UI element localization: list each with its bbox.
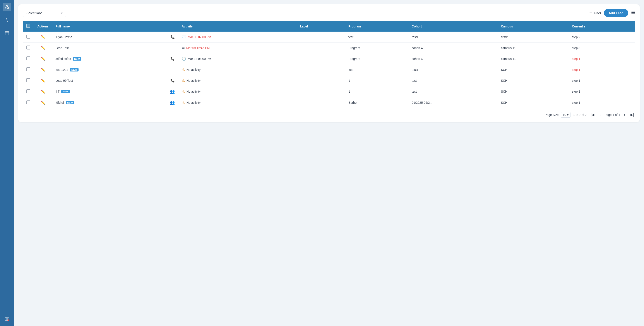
row-checkbox[interactable] (26, 45, 30, 49)
row-current-step-cell: step 1 (568, 53, 635, 64)
sidebar (0, 0, 14, 326)
leads-table-wrapper: Actions Full name Activity Label Program… (23, 21, 635, 108)
sidebar-icon-calendar[interactable] (2, 29, 11, 37)
col-fullname: Full name (52, 21, 178, 31)
svg-rect-3 (5, 31, 9, 35)
new-badge: NEW (73, 57, 81, 61)
row-current-step-cell: step 2 (568, 31, 635, 42)
row-name-cell: sdfsd dsfdsNEW📞 (52, 53, 178, 64)
filter-icon (589, 11, 592, 15)
lead-name: Lead 99 Test (56, 79, 73, 82)
menu-icon-button[interactable] (631, 10, 635, 16)
activity-cell: ⚠No activity (182, 78, 293, 83)
row-name-cell: Lead Test (52, 42, 178, 53)
first-page-button[interactable]: |◀ (589, 112, 595, 118)
sidebar-icon-globe-badge[interactable] (2, 315, 11, 324)
prev-page-button[interactable]: ‹ (598, 112, 602, 118)
row-cohort-cell: cohort 4 (408, 53, 498, 64)
name-cell: Lead Test (56, 46, 174, 50)
edit-icon[interactable]: ✏️ (41, 35, 45, 39)
row-cohort-cell: test (408, 86, 498, 97)
select-label-text: Select label (26, 11, 44, 15)
row-campus-cell: campus 11 (498, 53, 568, 64)
row-label-cell (296, 31, 345, 42)
row-activity-cell: ⚠No activity (178, 97, 296, 108)
row-campus-cell: SCH (498, 97, 568, 108)
row-name-cell: test 1001NEW (52, 64, 178, 75)
filter-label: Filter (594, 11, 601, 15)
row-activity-cell: ⚠No activity (178, 64, 296, 75)
table-header-row: Actions Full name Activity Label Program… (23, 21, 635, 31)
edit-icon[interactable]: ✏️ (41, 90, 45, 93)
col-cohort: Cohort (408, 21, 498, 31)
edit-icon[interactable]: ✏️ (41, 57, 45, 61)
row-checkbox[interactable] (26, 78, 30, 82)
add-lead-button[interactable]: Add Lead (604, 9, 628, 17)
row-campus-cell: SCH (498, 86, 568, 97)
new-badge: NEW (61, 90, 70, 93)
main-content: Select label ▾ Filter Add Lead (14, 0, 644, 326)
pagination-range: 1 to 7 of 7 (573, 113, 586, 117)
page-size-section: Page Size: 10 ▾ (545, 112, 570, 118)
table-row: ✏️ff ffNEW👥⚠No activity1testSCHstep 1 (23, 86, 635, 97)
row-checkbox[interactable] (26, 100, 30, 104)
edit-icon[interactable]: ✏️ (41, 46, 45, 50)
row-checkbox[interactable] (26, 56, 30, 60)
row-program-cell: Barber (345, 97, 408, 108)
svg-line-2 (9, 9, 9, 9)
col-label: Label (296, 21, 345, 31)
sidebar-icon-analytics[interactable] (2, 16, 11, 24)
col-current-step: Current s (568, 21, 635, 31)
row-label-cell (296, 97, 345, 108)
row-campus-cell: dfsdf (498, 31, 568, 42)
filter-button[interactable]: Filter (589, 11, 601, 15)
row-program-cell: test (345, 31, 408, 42)
activity-text: No activity (186, 90, 201, 93)
row-name-cell: Lead 99 Test📞 (52, 75, 178, 86)
page-size-dropdown[interactable]: 10 ▾ (561, 112, 571, 118)
warning-icon: ⚠ (182, 90, 185, 94)
name-cell: sdfsd dsfdsNEW📞 (56, 57, 174, 61)
current-step-text: step 1 (572, 101, 580, 104)
row-actions-cell: ✏️ (34, 86, 52, 97)
next-page-button[interactable]: › (623, 112, 626, 118)
col-campus: Campus (498, 21, 568, 31)
warning-icon: ⚠ (182, 67, 185, 72)
table-row: ✏️Lead Test⇄Mar 09 12:45 PMProgramcohort… (23, 42, 635, 53)
row-cohort-cell: test1 (408, 31, 498, 42)
row-checkbox[interactable] (26, 35, 30, 38)
row-cohort-cell: test1 (408, 64, 498, 75)
lead-name: ff ff (56, 90, 60, 93)
leads-table: Actions Full name Activity Label Program… (23, 21, 635, 108)
activity-cell: ⚠No activity (182, 90, 293, 94)
row-current-step-cell: step 1 (568, 64, 635, 75)
row-program-cell: 1 (345, 86, 408, 97)
row-program-cell: Program (345, 42, 408, 53)
select-label-dropdown[interactable]: Select label ▾ (23, 9, 66, 17)
row-actions-cell: ✏️ (34, 53, 52, 64)
header-checkbox[interactable] (26, 24, 30, 28)
name-cell: ff ffNEW👥 (56, 89, 174, 94)
new-badge: NEW (70, 68, 78, 71)
row-checkbox[interactable] (26, 89, 30, 93)
col-program: Program (345, 21, 408, 31)
edit-icon[interactable]: ✏️ (41, 101, 45, 105)
leads-card: Select label ▾ Filter Add Lead (18, 4, 640, 122)
activity-text: Mar 09 12:45 PM (186, 46, 210, 50)
lead-name: Arjan Hoxha (56, 35, 72, 39)
last-page-button[interactable]: ▶| (629, 112, 635, 118)
row-checkbox[interactable] (26, 67, 30, 71)
row-current-step-cell: step 1 (568, 97, 635, 108)
sidebar-icon-user-search[interactable] (2, 2, 11, 11)
group-icon: 👥 (170, 100, 175, 105)
current-step-text: step 1 (572, 79, 580, 82)
activity-text: No activity (186, 79, 201, 82)
col-checkbox (23, 21, 34, 31)
row-checkbox-cell (23, 53, 34, 64)
row-cohort-cell: 01/2025-06/2... (408, 97, 498, 108)
activity-cell: ⇄Mar 09 12:45 PM (182, 46, 293, 50)
edit-icon[interactable]: ✏️ (41, 79, 45, 82)
row-checkbox-cell (23, 64, 34, 75)
phone-icon: 📞 (170, 35, 175, 39)
edit-icon[interactable]: ✏️ (41, 68, 45, 71)
